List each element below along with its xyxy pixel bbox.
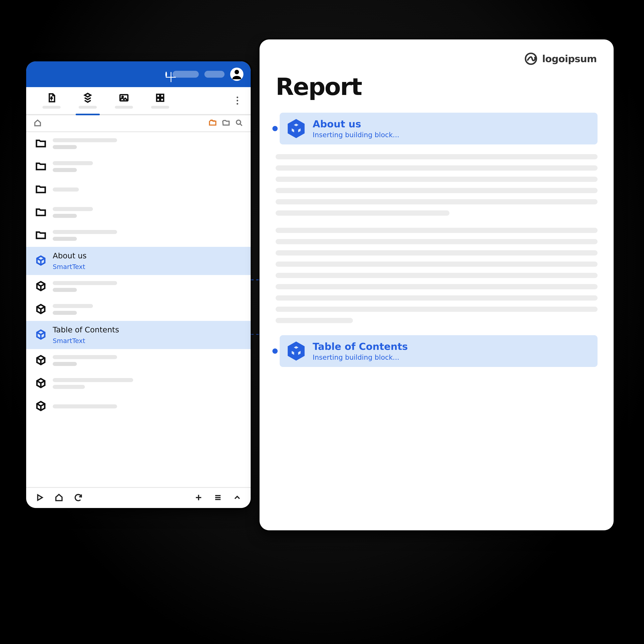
block-title: Table of Contents (313, 341, 408, 352)
svg-point-3 (236, 120, 241, 124)
category-tabs (26, 87, 251, 115)
list-item-about-us[interactable]: About us SmartText (26, 247, 251, 275)
logo-icon (524, 52, 538, 66)
folder-icon (35, 206, 47, 219)
list-item-toc[interactable]: Table of Contents SmartText (26, 321, 251, 349)
folder-icon (35, 160, 47, 173)
block-status: Inserting building block... (313, 353, 408, 361)
item-subtitle: SmartText (53, 263, 87, 271)
item-title: Table of Contents (53, 325, 119, 334)
tab-documents[interactable] (33, 87, 70, 114)
folder-icon (35, 137, 47, 150)
folder-icon (35, 183, 47, 196)
cube-icon (35, 377, 47, 390)
cube-icon (35, 280, 47, 293)
folder-icon (35, 229, 47, 242)
brand-text: logoipsum (542, 53, 597, 64)
breadcrumb-toolbar (26, 115, 251, 132)
search-icon[interactable] (235, 119, 243, 128)
list-item[interactable] (26, 155, 251, 178)
list-item[interactable] (26, 298, 251, 321)
svg-point-0 (235, 70, 239, 74)
add-icon[interactable] (194, 493, 203, 503)
brand-logo: logoipsum (524, 52, 597, 66)
connector-dot-icon (272, 126, 278, 131)
cube-icon (35, 255, 47, 267)
refresh-icon[interactable] (74, 493, 83, 503)
item-list: About us SmartText Table of Contents Sma… (26, 132, 251, 487)
document-title: Report (276, 73, 598, 101)
inserted-block-about-us: About us Inserting building block... (280, 113, 598, 144)
list-item[interactable] (26, 132, 251, 155)
list-item[interactable] (26, 178, 251, 201)
titlebar (26, 61, 251, 87)
bottom-toolbar (26, 487, 251, 508)
block-status: Inserting building block... (313, 131, 399, 139)
tab-overflow-menu[interactable] (231, 87, 243, 114)
tab-media[interactable] (142, 87, 178, 114)
tab-images[interactable] (106, 87, 142, 114)
chevron-up-icon[interactable] (233, 493, 242, 503)
titlebar-placeholder (204, 71, 225, 78)
cube-icon (286, 341, 306, 361)
placeholder-paragraph (276, 228, 598, 323)
menu-icon[interactable] (213, 493, 223, 503)
library-icon[interactable] (208, 119, 217, 128)
item-subtitle: SmartText (53, 337, 119, 345)
list-item[interactable] (26, 395, 251, 418)
list-item[interactable] (26, 349, 251, 372)
content-library-panel: About us SmartText Table of Contents Sma… (26, 61, 251, 508)
item-title: About us (53, 251, 87, 260)
home-icon[interactable] (33, 119, 42, 128)
home-icon[interactable] (54, 493, 64, 503)
cube-icon (35, 400, 47, 413)
connector-dot-icon (272, 348, 278, 354)
cube-icon (286, 119, 306, 138)
list-item[interactable] (26, 372, 251, 395)
cube-icon (35, 354, 47, 367)
document-preview-panel: logoipsum Report About us Inserting buil… (260, 39, 614, 530)
tab-building-blocks[interactable] (70, 87, 106, 114)
list-item[interactable] (26, 275, 251, 298)
inserted-block-toc: Table of Contents Inserting building blo… (280, 335, 598, 367)
list-item[interactable] (26, 201, 251, 224)
cube-icon (35, 303, 47, 316)
folder-open-icon[interactable] (222, 119, 230, 128)
globe-icon[interactable] (165, 72, 167, 76)
avatar-icon[interactable] (230, 68, 243, 81)
placeholder-paragraph (276, 154, 598, 216)
block-title: About us (313, 118, 399, 130)
titlebar-placeholder (173, 71, 199, 78)
cube-icon (35, 329, 47, 341)
play-icon[interactable] (35, 493, 44, 503)
list-item[interactable] (26, 224, 251, 247)
